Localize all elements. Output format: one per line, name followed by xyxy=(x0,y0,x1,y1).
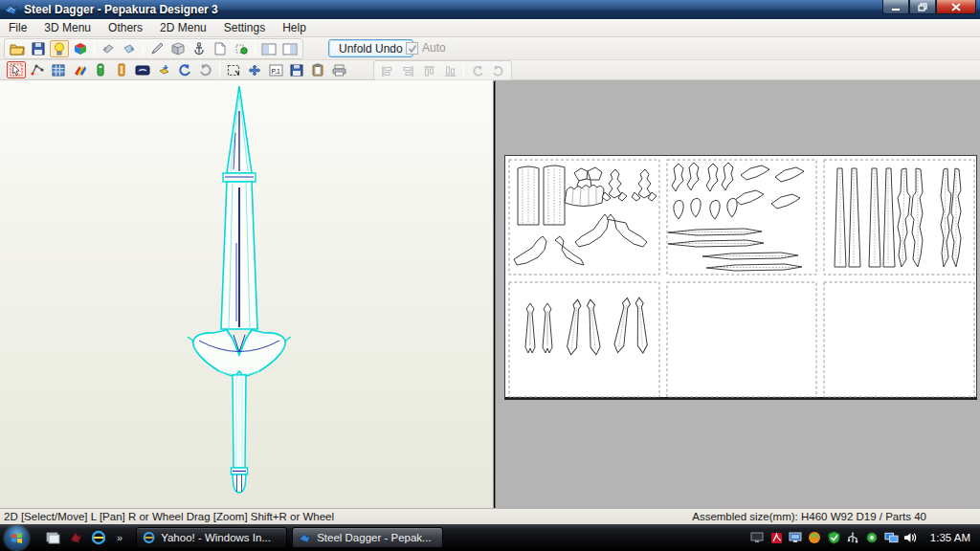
system-tray: 1:35 AM xyxy=(750,531,980,545)
status-bar: 2D [Select/Move] L [Pan] R or Wheel Drag… xyxy=(0,508,980,524)
pepakura-designer-window: Steel Dagger - Pepakura Designer 3 File … xyxy=(0,0,980,551)
page1-parts xyxy=(514,165,657,265)
rotate-cw-icon[interactable] xyxy=(196,61,215,78)
align-right-icon[interactable] xyxy=(398,62,417,79)
tray-display-icon[interactable] xyxy=(750,531,765,545)
marker-ball-icon[interactable] xyxy=(232,40,251,57)
toolbar-main: Unfold Undo Auto xyxy=(0,37,980,60)
open-file-icon[interactable] xyxy=(8,40,27,57)
taskbar-button-yahoo[interactable]: Yahoo! - Windows In... xyxy=(136,527,287,548)
text-tool-icon[interactable] xyxy=(112,61,131,78)
taskbar-button-label: Yahoo! - Windows In... xyxy=(161,532,271,543)
layout-right-pane-icon[interactable] xyxy=(280,40,300,57)
rotate-90-cw-icon[interactable] xyxy=(489,62,508,79)
page2-parts xyxy=(668,163,804,271)
menu-bar: File 3D Menu Others 2D Menu Settings Hel… xyxy=(0,19,980,37)
assembled-size-text: Assembled size(mm): H460 W92 D19 / Parts… xyxy=(692,511,980,522)
minimize-button[interactable] xyxy=(882,0,909,14)
layout-left-pane-icon[interactable] xyxy=(259,40,278,57)
viewport-2d[interactable] xyxy=(495,80,980,508)
page-number-icon-label: P.1 xyxy=(271,67,280,74)
save-icon[interactable] xyxy=(29,40,48,57)
menu-others[interactable]: Others xyxy=(100,20,151,35)
menu-settings[interactable]: Settings xyxy=(215,20,274,35)
menu-file[interactable]: File xyxy=(0,20,35,35)
anchor-icon[interactable] xyxy=(189,40,209,57)
menu-2d-menu[interactable]: 2D Menu xyxy=(151,20,215,35)
toolbar-2d: P.1 xyxy=(0,60,980,80)
align-left-icon[interactable] xyxy=(377,62,396,79)
start-button[interactable] xyxy=(2,525,31,550)
title-bar[interactable]: Steel Dagger - Pepakura Designer 3 xyxy=(0,0,980,19)
align-bottom-icon[interactable] xyxy=(440,62,459,79)
tray-volume-icon[interactable] xyxy=(903,531,918,545)
taskbar-clock[interactable]: 1:35 AM xyxy=(923,532,980,543)
show-desktop-icon[interactable] xyxy=(44,529,61,546)
tray-security-check-icon[interactable] xyxy=(827,531,841,545)
window-title: Steel Dagger - Pepakura Designer 3 xyxy=(24,3,218,16)
page4-parts xyxy=(525,298,648,356)
tray-update-icon[interactable] xyxy=(808,531,822,545)
tray-status-icon[interactable] xyxy=(865,531,880,545)
save-part-icon[interactable] xyxy=(287,61,306,78)
material-dark-icon[interactable] xyxy=(133,61,152,78)
quick-launch-overflow-chevron[interactable]: » xyxy=(117,532,122,543)
grid-texture-icon[interactable] xyxy=(49,61,68,78)
auto-checkbox[interactable] xyxy=(406,42,418,55)
tray-monitor-settings-icon[interactable] xyxy=(789,531,803,545)
auto-checkbox-group[interactable]: Auto xyxy=(406,41,446,55)
unfold-undo-button[interactable]: Unfold Undo xyxy=(328,39,413,57)
minimize-icon xyxy=(891,3,901,11)
clipboard-icon[interactable] xyxy=(308,61,327,78)
light-bulb-toggle-icon[interactable] xyxy=(50,40,69,57)
pepakura-viewer-icon[interactable] xyxy=(67,529,84,546)
rotate-90-ccw-icon[interactable] xyxy=(468,62,487,79)
page-number-icon[interactable]: P.1 xyxy=(266,61,285,78)
restore-button[interactable] xyxy=(909,0,936,14)
pattern-sheet[interactable] xyxy=(504,155,977,400)
dagger-3d-model[interactable] xyxy=(0,80,494,508)
menu-3d-menu[interactable]: 3D Menu xyxy=(35,20,100,35)
rotate-ccw-icon[interactable] xyxy=(175,61,194,78)
taskbar-button-label: Steel Dagger - Pepak... xyxy=(317,532,432,543)
tray-network-icon[interactable] xyxy=(884,531,899,545)
pen-icon[interactable] xyxy=(147,40,167,57)
status-hint-text: 2D [Select/Move] L [Pan] R or Wheel Drag… xyxy=(0,511,692,522)
windows-logo-icon xyxy=(11,532,23,544)
pepakura-icon xyxy=(299,532,312,544)
select-move-tool-icon[interactable] xyxy=(7,61,26,78)
rotate-view-right-icon[interactable] xyxy=(120,40,139,57)
menu-help[interactable]: Help xyxy=(274,20,315,35)
auto-checkbox-label: Auto xyxy=(422,41,446,55)
app-icon xyxy=(4,3,19,16)
internet-explorer-icon xyxy=(143,531,156,544)
fold-stripes-icon[interactable] xyxy=(70,61,89,78)
align-top-icon[interactable] xyxy=(419,62,438,79)
viewport-3d[interactable] xyxy=(0,80,494,508)
internet-explorer-icon[interactable] xyxy=(90,529,107,546)
tray-usb-icon[interactable] xyxy=(846,531,860,545)
close-icon xyxy=(951,3,961,11)
texture-cube-icon[interactable] xyxy=(71,40,90,57)
box-arrow-icon[interactable] xyxy=(154,61,173,78)
flap-settings-icon[interactable] xyxy=(91,61,110,78)
select-area-icon[interactable] xyxy=(224,61,243,78)
print-icon[interactable] xyxy=(329,61,348,78)
solid-box-icon[interactable] xyxy=(168,40,188,57)
quick-launch: » xyxy=(44,529,122,546)
edit-edge-tool-icon[interactable] xyxy=(28,61,47,78)
restore-icon xyxy=(918,3,928,11)
rotate-view-left-icon[interactable] xyxy=(99,40,118,57)
page3-parts xyxy=(835,168,961,267)
tray-acrobat-icon[interactable] xyxy=(769,531,784,545)
check-icon xyxy=(408,44,417,54)
close-button[interactable] xyxy=(936,0,976,14)
taskbar: » Yahoo! - Windows In... Steel Dagger - … xyxy=(0,524,980,551)
page-icon[interactable] xyxy=(211,40,230,57)
move-part-icon[interactable] xyxy=(245,61,264,78)
taskbar-button-pepakura[interactable]: Steel Dagger - Pepak... xyxy=(292,527,443,548)
